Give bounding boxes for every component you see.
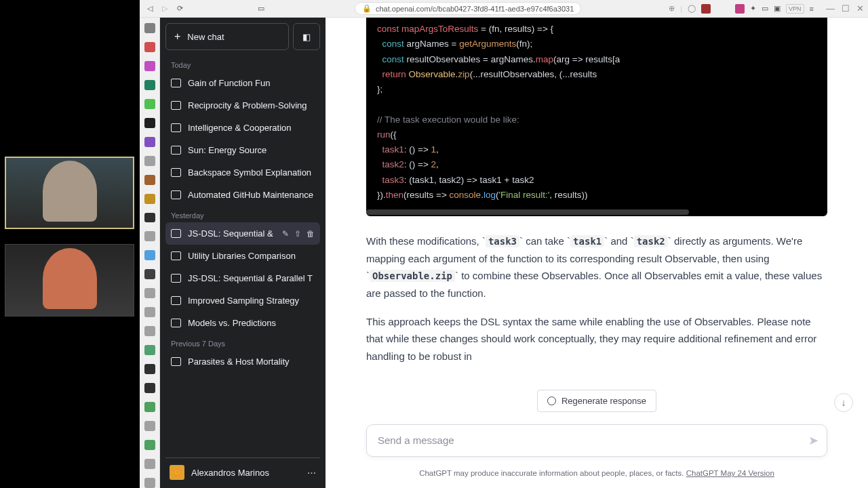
chat-icon bbox=[171, 251, 181, 260]
sidebar-section: Previous 7 Days bbox=[165, 334, 320, 350]
chat-icon bbox=[171, 274, 181, 283]
sidebar-item-label: Intelligence & Cooperation bbox=[188, 123, 315, 133]
rail-app-icon[interactable] bbox=[144, 175, 155, 185]
browser-sidebar-rail bbox=[140, 18, 160, 488]
rail-app-icon[interactable] bbox=[144, 326, 155, 336]
assistant-message: const mapArgsToResults = (fn, results) =… bbox=[366, 18, 827, 413]
send-icon[interactable]: ➤ bbox=[808, 433, 818, 448]
user-menu-icon[interactable]: ⋯ bbox=[307, 468, 316, 478]
hide-sidebar-button[interactable]: ◧ bbox=[293, 23, 320, 50]
code-block: const mapArgsToResults = (fn, results) =… bbox=[366, 18, 827, 216]
rail-app-icon[interactable] bbox=[144, 383, 155, 393]
rail-app-icon[interactable] bbox=[144, 307, 155, 317]
zoom-icon[interactable]: ⊕ bbox=[669, 4, 675, 13]
sidebar-item[interactable]: Intelligence & Cooperation bbox=[165, 117, 320, 139]
rail-app-icon[interactable] bbox=[144, 345, 155, 355]
back-button[interactable]: ◁ bbox=[144, 3, 156, 15]
sidebar-item[interactable]: Reciprocity & Problem-Solving bbox=[165, 94, 320, 117]
sidebar-item[interactable]: Sun: Energy Source bbox=[165, 139, 320, 161]
chat-icon bbox=[171, 357, 181, 366]
rail-app-icon[interactable] bbox=[144, 80, 155, 90]
message-input-box[interactable]: ➤ bbox=[366, 424, 827, 457]
sidebar-item[interactable]: Utility Libraries Comparison bbox=[165, 245, 320, 267]
sidebar-item-label: Parasites & Host Mortality bbox=[188, 357, 315, 367]
rail-app-icon[interactable] bbox=[144, 23, 155, 33]
sidebar-item-label: Models vs. Predictions bbox=[188, 318, 315, 328]
sidebar-section: Yesterday bbox=[165, 206, 320, 222]
avatar: 🔆 bbox=[170, 465, 184, 480]
menu-icon[interactable]: ≡ bbox=[810, 5, 814, 13]
rail-app-icon[interactable] bbox=[144, 156, 155, 166]
scroll-down-button[interactable]: ↓ bbox=[834, 393, 853, 412]
chat-sidebar: + New chat ◧ TodayGain of Function FunRe… bbox=[160, 18, 326, 488]
lock-icon: 🔒 bbox=[362, 4, 372, 13]
chat-icon bbox=[171, 146, 181, 155]
sidebar-footer[interactable]: 🔆 Alexandros Marinos ⋯ bbox=[165, 458, 320, 483]
rail-app-icon[interactable] bbox=[144, 99, 155, 109]
rail-app-icon[interactable] bbox=[144, 459, 155, 469]
rail-app-icon[interactable] bbox=[144, 231, 155, 241]
new-chat-label: New chat bbox=[187, 32, 224, 42]
sidebar-item[interactable]: Backspace Symbol Explanation bbox=[165, 161, 320, 184]
panel-icon[interactable]: ▭ bbox=[762, 4, 768, 13]
sidebar-item[interactable]: Improved Sampling Strategy bbox=[165, 289, 320, 312]
url-text: chat.openai.com/c/bcab0427-3fd8-41f1-aed… bbox=[376, 5, 574, 13]
extension-icon[interactable] bbox=[701, 4, 711, 14]
sidebar-item[interactable]: JS-DSL: Sequential & Parallel T bbox=[165, 267, 320, 289]
edit-icon[interactable]: ✎ bbox=[282, 229, 289, 239]
sidebar-item[interactable]: Automated GitHub Maintenance bbox=[165, 184, 320, 206]
disclaimer: ChatGPT may produce inaccurate informati… bbox=[326, 469, 868, 477]
rail-app-icon[interactable] bbox=[144, 61, 155, 71]
chat-icon bbox=[171, 123, 181, 132]
sidebar-item-label: Automated GitHub Maintenance bbox=[188, 190, 315, 200]
address-bar[interactable]: 🔒 chat.openai.com/c/bcab0427-3fd8-41f1-a… bbox=[355, 2, 581, 15]
panel-icon: ◧ bbox=[302, 32, 311, 42]
sidebar-item[interactable]: Gain of Function Fun bbox=[165, 72, 320, 94]
sidebar-item-label: Backspace Symbol Explanation bbox=[188, 167, 315, 178]
new-chat-button[interactable]: + New chat bbox=[165, 23, 289, 50]
share-icon[interactable]: ⇧ bbox=[294, 229, 301, 239]
rail-app-icon[interactable] bbox=[144, 440, 155, 450]
minimize-button[interactable]: — bbox=[826, 3, 835, 14]
rail-app-icon[interactable] bbox=[144, 137, 155, 147]
rail-app-icon[interactable] bbox=[144, 213, 155, 223]
rail-app-icon[interactable] bbox=[144, 194, 155, 204]
reload-button[interactable]: ⟳ bbox=[174, 3, 186, 15]
sidebar-item[interactable]: JS-DSL: Sequential &✎⇧🗑 bbox=[165, 222, 320, 245]
chat-icon bbox=[171, 101, 181, 110]
browser-toolbar: ◁ ▷ ⟳ ▭ 🔒 chat.openai.com/c/bcab0427-3fd… bbox=[140, 0, 868, 18]
version-link[interactable]: ChatGPT May 24 Version bbox=[686, 469, 774, 477]
delete-icon[interactable]: 🗑 bbox=[307, 229, 315, 239]
sidebar-item-label: JS-DSL: Sequential & Parallel T bbox=[188, 273, 315, 283]
chat-icon bbox=[171, 190, 181, 199]
extensions-icon[interactable]: ✦ bbox=[750, 4, 756, 13]
maximize-button[interactable]: ☐ bbox=[842, 3, 850, 14]
rail-app-icon[interactable] bbox=[144, 402, 155, 412]
sidebar-item[interactable]: Models vs. Predictions bbox=[165, 312, 320, 334]
chat-icon bbox=[171, 296, 181, 305]
rail-app-icon[interactable] bbox=[144, 478, 155, 488]
username: Alexandros Marinos bbox=[191, 468, 269, 478]
rail-app-icon[interactable] bbox=[144, 421, 155, 431]
message-input[interactable] bbox=[378, 434, 794, 446]
forward-button[interactable]: ▷ bbox=[159, 3, 171, 15]
extension-icon[interactable] bbox=[735, 4, 745, 14]
sidebar-item[interactable]: Parasites & Host Mortality bbox=[165, 350, 320, 373]
regenerate-label: Regenerate response bbox=[561, 396, 646, 406]
chat-icon bbox=[171, 229, 181, 238]
chat-main: const mapArgsToResults = (fn, results) =… bbox=[326, 18, 868, 488]
horizontal-scrollbar[interactable] bbox=[366, 209, 689, 215]
vpn-badge[interactable]: VPN bbox=[786, 4, 804, 14]
tabs-icon[interactable]: ▭ bbox=[255, 3, 267, 15]
rail-app-icon[interactable] bbox=[144, 250, 155, 260]
chat-icon bbox=[171, 79, 181, 87]
rail-app-icon[interactable] bbox=[144, 42, 155, 52]
regenerate-button[interactable]: Regenerate response bbox=[537, 390, 656, 412]
rail-app-icon[interactable] bbox=[144, 118, 155, 128]
rail-app-icon[interactable] bbox=[144, 269, 155, 279]
rail-app-icon[interactable] bbox=[144, 364, 155, 374]
shield-icon[interactable]: ◯ bbox=[688, 4, 696, 13]
screenshot-icon[interactable]: ▣ bbox=[774, 4, 781, 13]
rail-app-icon[interactable] bbox=[144, 288, 155, 298]
close-button[interactable]: ✕ bbox=[856, 3, 864, 14]
